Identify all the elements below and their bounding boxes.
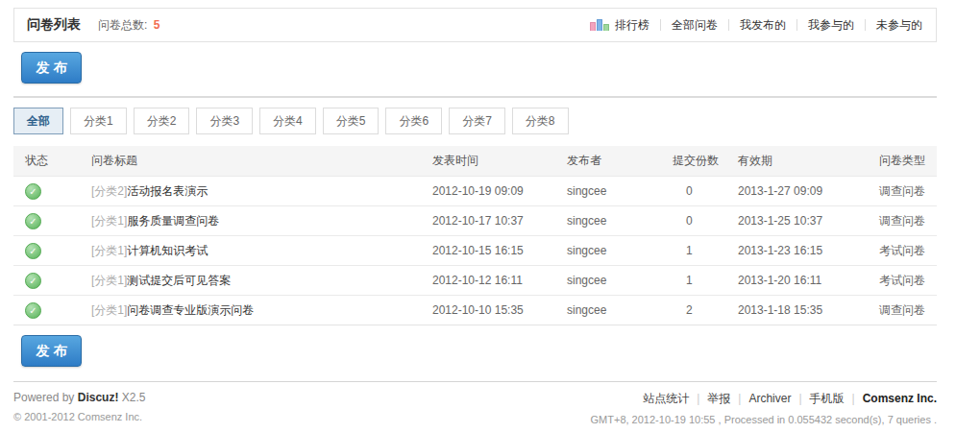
footer-right: 站点统计|举报|Archiver|手机版|Comsenz Inc. GMT+8,… [591, 391, 937, 425]
status-valid-icon: ✓ [25, 183, 41, 200]
footer-report[interactable]: 举报 [707, 392, 730, 405]
category-tabs: 全部分类1分类2分类3分类4分类5分类6分类7分类8 [13, 108, 937, 134]
survey-title-link[interactable]: [分类1]计算机知识考试 [91, 244, 208, 257]
validity-date: 2013-1-25 10:37 [724, 206, 861, 236]
validity-date: 2013-1-18 15:35 [724, 296, 861, 325]
column-header: 发布者 [553, 146, 661, 177]
footer-left: Powered by Discuz! X2.5 © 2001-2012 Coms… [13, 391, 145, 425]
column-header: 状态 [13, 146, 78, 177]
status-valid-icon: ✓ [25, 302, 41, 319]
survey-type: 考试问卷 [861, 236, 937, 266]
tab-category-1[interactable]: 分类1 [70, 108, 127, 134]
nav-ranking[interactable]: 排行榜 [615, 17, 649, 34]
publish-time: 2012-10-19 09:09 [419, 177, 553, 206]
nav-my-participated[interactable]: 我参与的 [808, 17, 854, 34]
vertical-divider: | [697, 392, 699, 405]
total-count-label: 问卷总数: [98, 18, 147, 32]
vertical-divider [660, 19, 661, 31]
vertical-divider [796, 19, 797, 31]
status-valid-icon: ✓ [25, 243, 41, 259]
title-cell: [分类1]计算机知识考试 [78, 236, 419, 266]
submission-count: 0 [661, 206, 724, 236]
nav-all-surveys[interactable]: 全部问卷 [672, 17, 718, 34]
publish-button-bottom[interactable]: 发布 [21, 335, 82, 367]
survey-category-label[interactable]: [分类1] [91, 303, 127, 317]
survey-title-link[interactable]: [分类2]活动报名表演示 [91, 184, 208, 198]
section-divider [13, 96, 937, 98]
table-row: ✓[分类2]活动报名表演示2012-10-19 09:09singcee0201… [13, 177, 937, 206]
vertical-divider [865, 19, 866, 31]
status-cell: ✓ [13, 296, 78, 325]
discuz-brand-link[interactable]: Discuz! [78, 391, 119, 404]
vertical-divider: | [798, 392, 801, 405]
validity-date: 2013-1-20 16:11 [724, 266, 861, 296]
survey-title-link[interactable]: [分类1]服务质量调查问卷 [91, 214, 219, 228]
survey-type: 调查问卷 [861, 206, 937, 236]
column-header: 发表时间 [419, 146, 553, 177]
footer-archiver[interactable]: Archiver [748, 392, 791, 405]
publish-button-top[interactable]: 发布 [21, 52, 82, 84]
footer-mobile-version[interactable]: 手机版 [810, 392, 845, 405]
tab-category-6[interactable]: 分类6 [385, 108, 442, 134]
status-valid-icon: ✓ [25, 273, 41, 289]
top-nav: 排行榜全部问卷我发布的我参与的未参与的 [590, 17, 922, 34]
ranking-chart-icon [590, 19, 610, 31]
powered-by-prefix: Powered by [13, 391, 74, 404]
survey-type: 调查问卷 [861, 177, 937, 206]
table-row: ✓[分类1]测试提交后可见答案2012-10-12 16:11singcee12… [13, 266, 937, 296]
survey-title-link[interactable]: [分类1]测试提交后可见答案 [91, 274, 231, 287]
footer: Powered by Discuz! X2.5 © 2001-2012 Coms… [13, 391, 937, 425]
tab-category-3[interactable]: 分类3 [196, 108, 253, 134]
publisher-name[interactable]: singcee [553, 177, 661, 206]
tab-all[interactable]: 全部 [13, 108, 63, 134]
survey-category-label[interactable]: [分类1] [91, 274, 127, 287]
table-header-row: 状态问卷标题发表时间发布者提交份数有效期问卷类型 [13, 146, 937, 177]
footer-links: 站点统计|举报|Archiver|手机版|Comsenz Inc. [591, 391, 937, 407]
survey-category-label[interactable]: [分类1] [91, 244, 127, 257]
publisher-name[interactable]: singcee [553, 236, 661, 266]
table-row: ✓[分类1]问卷调查专业版演示问卷2012-10-10 15:35singcee… [13, 296, 937, 325]
publisher-name[interactable]: singcee [553, 296, 661, 325]
publisher-name[interactable]: singcee [553, 266, 661, 296]
survey-category-label[interactable]: [分类1] [91, 214, 127, 228]
status-cell: ✓ [13, 206, 78, 236]
publish-time: 2012-10-10 15:35 [419, 296, 553, 325]
tab-category-2[interactable]: 分类2 [134, 108, 190, 134]
survey-category-label[interactable]: [分类2] [91, 184, 127, 198]
submission-count: 2 [661, 296, 724, 325]
nav-not-participated[interactable]: 未参与的 [876, 17, 922, 34]
survey-title-text[interactable]: 服务质量调查问卷 [127, 214, 219, 228]
table-row: ✓[分类1]计算机知识考试2012-10-15 16:15singcee1201… [13, 236, 937, 266]
nav-my-published[interactable]: 我发布的 [740, 17, 786, 34]
title-cell: [分类2]活动报名表演示 [78, 177, 419, 206]
survey-title-text[interactable]: 问卷调查专业版演示问卷 [127, 303, 254, 317]
survey-title-text[interactable]: 测试提交后可见答案 [127, 274, 231, 287]
footer-site-stats[interactable]: 站点统计 [643, 392, 689, 405]
survey-table: 状态问卷标题发表时间发布者提交份数有效期问卷类型 ✓[分类2]活动报名表演示20… [13, 146, 937, 325]
footer-comsenz[interactable]: Comsenz Inc. [863, 392, 937, 405]
tab-category-7[interactable]: 分类7 [449, 108, 505, 134]
total-count-value: 5 [154, 18, 160, 32]
table-row: ✓[分类1]服务质量调查问卷2012-10-17 10:37singcee020… [13, 206, 937, 236]
survey-title-text[interactable]: 计算机知识考试 [127, 244, 208, 257]
powered-by: Powered by Discuz! X2.5 [13, 391, 145, 404]
title-cell: [分类1]测试提交后可见答案 [78, 266, 419, 296]
tab-category-4[interactable]: 分类4 [259, 108, 316, 134]
survey-title-text[interactable]: 活动报名表演示 [127, 184, 208, 198]
vertical-divider [728, 19, 729, 31]
survey-title-link[interactable]: [分类1]问卷调查专业版演示问卷 [91, 303, 254, 317]
validity-date: 2013-1-27 09:09 [724, 177, 861, 206]
publish-time: 2012-10-17 10:37 [419, 206, 553, 236]
tab-category-5[interactable]: 分类5 [323, 108, 380, 134]
copyright: © 2001-2012 Comsenz Inc. [13, 411, 145, 422]
tab-category-8[interactable]: 分类8 [512, 108, 569, 134]
publisher-name[interactable]: singcee [553, 206, 661, 236]
title-cell: [分类1]问卷调查专业版演示问卷 [78, 296, 419, 325]
vertical-divider: | [852, 392, 855, 405]
publish-time: 2012-10-12 16:11 [419, 266, 553, 296]
submission-count: 1 [661, 236, 724, 266]
page-container: 问卷列表 问卷总数: 5 排行榜全部问卷我发布的我参与的未参与的 发布 全部分类… [13, 8, 937, 425]
title-bar: 问卷列表 问卷总数: 5 排行榜全部问卷我发布的我参与的未参与的 [13, 8, 937, 42]
validity-date: 2013-1-23 16:15 [724, 236, 861, 266]
server-stats: GMT+8, 2012-10-19 10:55 , Processed in 0… [591, 414, 937, 425]
